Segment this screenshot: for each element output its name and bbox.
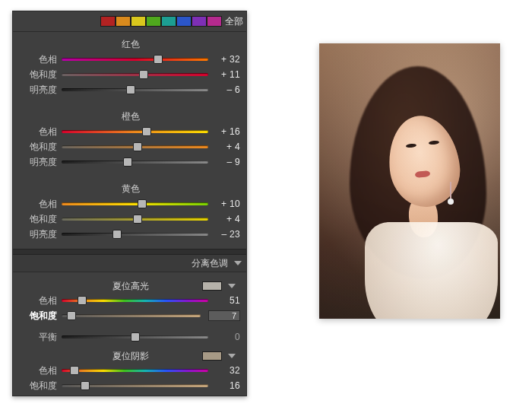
shadows-sat-value[interactable]: 16	[213, 380, 240, 391]
channel-title: 橙色	[21, 110, 240, 123]
highlights-sat-slider[interactable]	[62, 310, 201, 321]
yellow-saturation-value[interactable]: + 4	[213, 214, 240, 224]
channel-title: 黄色	[21, 183, 240, 195]
yellow-hue-slider[interactable]	[62, 199, 208, 209]
luminance-label: 明亮度	[21, 84, 57, 97]
red-saturation-value[interactable]: + 11	[213, 69, 240, 80]
yellow-hue-value[interactable]: + 10	[213, 199, 240, 209]
hue-label: 色相	[21, 126, 57, 138]
color-swatch-7[interactable]	[207, 16, 222, 27]
color-swatch-5[interactable]	[176, 16, 192, 27]
highlights-hue-value[interactable]: 51	[213, 295, 240, 306]
color-swatch-2[interactable]	[131, 16, 146, 27]
yellow-saturation-slider[interactable]	[62, 214, 208, 224]
shadows-sat-slider[interactable]	[62, 380, 208, 391]
luminance-label: 明亮度	[21, 228, 57, 241]
hue-label: 色相	[21, 198, 57, 211]
split-toning-header[interactable]: 分离色调	[13, 255, 246, 272]
shadows-hue-value[interactable]: 32	[213, 365, 240, 376]
color-swatch-4[interactable]	[161, 16, 176, 27]
hsl-channel-orange: 橙色色相+ 16饱和度+ 4明亮度– 9	[13, 104, 246, 176]
saturation-label: 饱和度	[21, 310, 57, 323]
orange-hue-value[interactable]: + 16	[213, 126, 240, 137]
red-luminance-slider[interactable]	[62, 84, 208, 95]
highlights-sat-value[interactable]: 7	[208, 310, 240, 321]
highlights-color-swatch[interactable]	[202, 281, 222, 291]
shadows-title: 夏位阴影	[112, 350, 149, 363]
hue-label: 色相	[21, 294, 57, 307]
hsl-color-swatch-bar: 全部	[13, 11, 246, 32]
split-toning-highlights: 夏位高光 色相 51 饱和度 7 平衡	[13, 272, 246, 400]
orange-saturation-slider[interactable]	[62, 141, 208, 152]
color-swatch-3[interactable]	[146, 16, 161, 27]
develop-panel: 全部 红色色相+ 32饱和度+ 11明亮度– 6橙色色相+ 16饱和度+ 4明亮…	[12, 11, 247, 396]
red-hue-slider[interactable]	[62, 54, 208, 65]
saturation-label: 饱和度	[21, 380, 57, 393]
balance-label: 平衡	[21, 331, 57, 344]
module-divider	[13, 249, 246, 255]
all-colors-label[interactable]: 全部	[225, 16, 243, 27]
orange-saturation-value[interactable]: + 4	[213, 141, 240, 152]
saturation-label: 饱和度	[21, 68, 57, 81]
highlights-title: 夏位高光	[112, 280, 149, 293]
luminance-label: 明亮度	[21, 156, 57, 169]
shadows-color-swatch[interactable]	[202, 351, 222, 361]
yellow-luminance-slider[interactable]	[62, 229, 208, 240]
saturation-label: 饱和度	[21, 213, 57, 226]
orange-luminance-slider[interactable]	[62, 157, 208, 167]
balance-slider[interactable]	[62, 332, 208, 342]
chevron-down-icon	[234, 261, 242, 265]
red-hue-value[interactable]: + 32	[213, 54, 240, 65]
orange-hue-slider[interactable]	[62, 126, 208, 137]
balance-value[interactable]: 0	[213, 332, 240, 342]
red-luminance-value[interactable]: – 6	[213, 84, 240, 95]
shadows-hue-slider[interactable]	[62, 365, 208, 376]
hsl-channel-red: 红色色相+ 32饱和度+ 11明亮度– 6	[13, 32, 246, 104]
yellow-luminance-value[interactable]: – 23	[213, 229, 240, 240]
color-swatch-1[interactable]	[116, 16, 131, 27]
chevron-down-icon[interactable]	[228, 354, 236, 358]
color-swatch-0[interactable]	[100, 16, 116, 27]
chevron-down-icon[interactable]	[228, 284, 236, 288]
red-saturation-slider[interactable]	[62, 69, 208, 80]
split-toning-title: 分离色调	[192, 257, 228, 270]
channel-title: 红色	[21, 38, 240, 51]
hsl-channel-yellow: 黄色色相+ 10饱和度+ 4明亮度– 23	[13, 176, 246, 249]
color-swatch-6[interactable]	[192, 16, 207, 27]
orange-luminance-value[interactable]: – 9	[213, 157, 240, 167]
hue-label: 色相	[21, 364, 57, 377]
preview-image	[319, 43, 500, 319]
saturation-label: 饱和度	[21, 141, 57, 154]
hue-label: 色相	[21, 53, 57, 66]
highlights-hue-slider[interactable]	[62, 295, 208, 306]
